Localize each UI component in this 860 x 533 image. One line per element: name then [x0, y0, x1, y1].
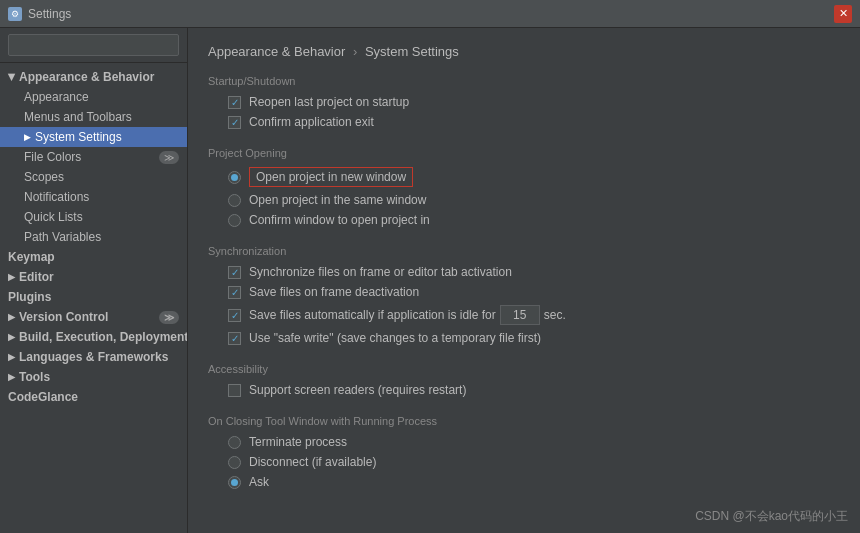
arrow-icon: ▶ — [8, 372, 15, 382]
accessibility-title: Accessibility — [208, 363, 840, 375]
terminate-process-row: Terminate process — [208, 435, 840, 449]
ask-row: Ask — [208, 475, 840, 489]
sidebar-item-build-execution[interactable]: ▶ Build, Execution, Deployment — [0, 327, 187, 347]
synchronization-section: Synchronization Synchronize files on fra… — [208, 245, 840, 345]
sync-files-frame-label: Synchronize files on frame or editor tab… — [249, 265, 512, 279]
sidebar-item-keymap[interactable]: Keymap — [0, 247, 187, 267]
sidebar-item-system-settings[interactable]: ▶ System Settings — [0, 127, 187, 147]
open-new-window-radio[interactable] — [228, 171, 241, 184]
search-box — [0, 28, 187, 63]
app-icon: ⚙ — [8, 7, 22, 21]
safe-write-checkbox[interactable] — [228, 332, 241, 345]
closing-tool-window-section: On Closing Tool Window with Running Proc… — [208, 415, 840, 489]
sidebar-item-plugins[interactable]: Plugins — [0, 287, 187, 307]
confirm-window-row: Confirm window to open project in — [208, 213, 840, 227]
title-bar: ⚙ Settings ✕ — [0, 0, 860, 28]
version-control-badge: ≫ — [159, 311, 179, 324]
sidebar-item-languages-frameworks[interactable]: ▶ Languages & Frameworks — [0, 347, 187, 367]
screen-readers-label: Support screen readers (requires restart… — [249, 383, 466, 397]
sync-files-frame-row: Synchronize files on frame or editor tab… — [208, 265, 840, 279]
screen-readers-row: Support screen readers (requires restart… — [208, 383, 840, 397]
save-files-deactivation-checkbox[interactable] — [228, 286, 241, 299]
safe-write-label: Use "safe write" (save changes to a temp… — [249, 331, 541, 345]
reopen-last-project-checkbox[interactable] — [228, 96, 241, 109]
confirm-exit-row: Confirm application exit — [208, 115, 840, 129]
sidebar-item-appearance[interactable]: Appearance — [0, 87, 187, 107]
terminate-process-radio[interactable] — [228, 436, 241, 449]
screen-readers-checkbox[interactable] — [228, 384, 241, 397]
confirm-window-label: Confirm window to open project in — [249, 213, 430, 227]
confirm-exit-label: Confirm application exit — [249, 115, 374, 129]
breadcrumb-separator: › — [353, 44, 357, 59]
sidebar-item-codeglance[interactable]: CodeGlance — [0, 387, 187, 407]
sidebar-item-editor[interactable]: ▶ Editor — [0, 267, 187, 287]
arrow-icon: ▶ — [8, 312, 15, 322]
ask-radio[interactable] — [228, 476, 241, 489]
breadcrumb-part1: Appearance & Behavior — [208, 44, 345, 59]
sidebar-item-version-control[interactable]: ▶ Version Control ≫ — [0, 307, 187, 327]
disconnect-radio[interactable] — [228, 456, 241, 469]
sidebar-item-tools[interactable]: ▶ Tools — [0, 367, 187, 387]
ask-label: Ask — [249, 475, 269, 489]
sidebar: ▶ Appearance & Behavior Appearance Menus… — [0, 28, 188, 533]
window-title: Settings — [28, 7, 71, 21]
reopen-last-project-label: Reopen last project on startup — [249, 95, 409, 109]
startup-shutdown-section: Startup/Shutdown Reopen last project on … — [208, 75, 840, 129]
close-button[interactable]: ✕ — [834, 5, 852, 23]
arrow-icon: ▶ — [8, 332, 15, 342]
breadcrumb-part2: System Settings — [365, 44, 459, 59]
breadcrumb: Appearance & Behavior › System Settings — [208, 44, 840, 59]
synchronization-title: Synchronization — [208, 245, 840, 257]
safe-write-row: Use "safe write" (save changes to a temp… — [208, 331, 840, 345]
search-input[interactable] — [8, 34, 179, 56]
arrow-icon: ▶ — [8, 272, 15, 282]
idle-time-input[interactable] — [500, 305, 540, 325]
sidebar-item-path-variables[interactable]: Path Variables — [0, 227, 187, 247]
content-area: Appearance & Behavior › System Settings … — [188, 28, 860, 533]
arrow-icon: ▶ — [24, 132, 31, 142]
main-layout: ▶ Appearance & Behavior Appearance Menus… — [0, 28, 860, 533]
sidebar-item-menus-toolbars[interactable]: Menus and Toolbars — [0, 107, 187, 127]
arrow-icon: ▶ — [7, 74, 17, 81]
project-opening-section: Project Opening Open project in new wind… — [208, 147, 840, 227]
arrow-icon: ▶ — [8, 352, 15, 362]
save-files-deactivation-label: Save files on frame deactivation — [249, 285, 419, 299]
open-same-window-label: Open project in the same window — [249, 193, 426, 207]
disconnect-label: Disconnect (if available) — [249, 455, 376, 469]
disconnect-row: Disconnect (if available) — [208, 455, 840, 469]
closing-tool-window-title: On Closing Tool Window with Running Proc… — [208, 415, 840, 427]
sidebar-item-file-colors[interactable]: File Colors ≫ — [0, 147, 187, 167]
sidebar-nav: ▶ Appearance & Behavior Appearance Menus… — [0, 63, 187, 533]
save-files-idle-label: Save files automatically if application … — [249, 305, 566, 325]
confirm-window-radio[interactable] — [228, 214, 241, 227]
accessibility-section: Accessibility Support screen readers (re… — [208, 363, 840, 397]
open-new-window-row: Open project in new window — [208, 167, 840, 187]
watermark: CSDN @不会kao代码的小王 — [695, 508, 848, 525]
reopen-last-project-row: Reopen last project on startup — [208, 95, 840, 109]
open-new-window-label: Open project in new window — [249, 167, 413, 187]
save-files-idle-checkbox[interactable] — [228, 309, 241, 322]
sidebar-item-notifications[interactable]: Notifications — [0, 187, 187, 207]
project-opening-title: Project Opening — [208, 147, 840, 159]
sidebar-item-quick-lists[interactable]: Quick Lists — [0, 207, 187, 227]
terminate-process-label: Terminate process — [249, 435, 347, 449]
sidebar-item-scopes[interactable]: Scopes — [0, 167, 187, 187]
open-same-window-radio[interactable] — [228, 194, 241, 207]
confirm-exit-checkbox[interactable] — [228, 116, 241, 129]
startup-shutdown-title: Startup/Shutdown — [208, 75, 840, 87]
file-colors-badge: ≫ — [159, 151, 179, 164]
open-same-window-row: Open project in the same window — [208, 193, 840, 207]
sync-files-frame-checkbox[interactable] — [228, 266, 241, 279]
save-files-deactivation-row: Save files on frame deactivation — [208, 285, 840, 299]
save-files-idle-row: Save files automatically if application … — [208, 305, 840, 325]
sidebar-item-appearance-behavior[interactable]: ▶ Appearance & Behavior — [0, 67, 187, 87]
